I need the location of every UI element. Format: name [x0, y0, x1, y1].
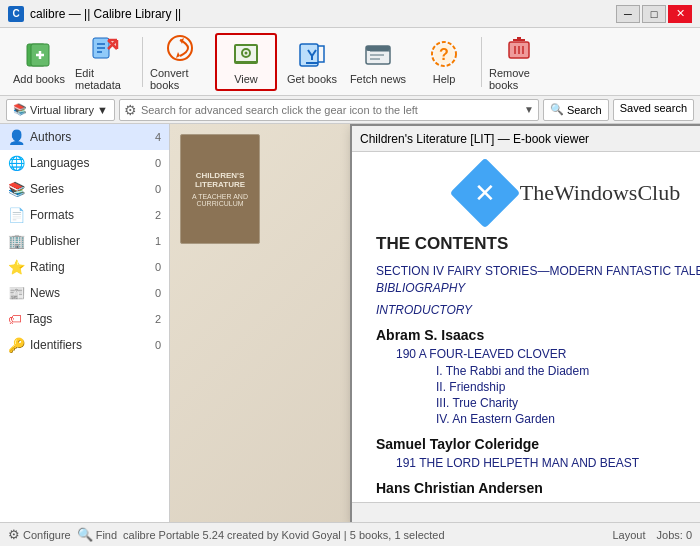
sidebar-publisher-label: Publisher — [30, 234, 80, 248]
search-box: ⚙ ▼ — [119, 99, 539, 121]
sidebar-item-rating[interactable]: ⭐ Rating 0 — [0, 254, 169, 280]
news-count: 0 — [155, 287, 161, 299]
view-label: View — [234, 73, 258, 85]
maximize-button[interactable]: □ — [642, 5, 666, 23]
remove-books-button[interactable]: Remove books — [488, 33, 550, 91]
languages-count: 0 — [155, 157, 161, 169]
logo-text: TheWindowsClub — [520, 180, 680, 206]
formats-count: 2 — [155, 209, 161, 221]
identifiers-icon: 🔑 — [8, 337, 25, 353]
status-left: ⚙ Configure 🔍 Find calibre Portable 5.24… — [8, 527, 445, 542]
dropdown-icon: ▼ — [97, 104, 108, 116]
ebook-content[interactable]: ✕ TheWindowsClub THE CONTENTS SECTION IV… — [352, 152, 700, 502]
edit-metadata-button[interactable]: Edit metadata — [74, 33, 136, 91]
titlebar: C calibre — || Calibre Library || ─ □ ✕ — [0, 0, 700, 28]
ebook-subwork-friendship: II. Friendship — [376, 380, 700, 394]
ebook-contents-title: THE CONTENTS — [376, 234, 700, 254]
ebook-author-coleridge: Samuel Taylor Coleridge — [376, 436, 700, 452]
book-icon: 📚 — [13, 103, 27, 116]
sidebar-item-publisher[interactable]: 🏢 Publisher 1 — [0, 228, 169, 254]
sidebar-item-tags[interactable]: 🏷 Tags 2 — [0, 306, 169, 332]
remove-books-label: Remove books — [489, 67, 549, 91]
authors-icon: 👤 — [8, 129, 25, 145]
sidebar-identifiers-label: Identifiers — [30, 338, 82, 352]
ebook-author-andersen: Hans Christian Andersen — [376, 480, 700, 496]
help-label: Help — [433, 73, 456, 85]
svg-point-16 — [245, 52, 248, 55]
saved-search-label: Saved search — [620, 102, 687, 114]
languages-icon: 🌐 — [8, 155, 25, 171]
sidebar-item-series[interactable]: 📚 Series 0 — [0, 176, 169, 202]
view-button[interactable]: View — [215, 33, 277, 91]
titlebar-title: calibre — || Calibre Library || — [30, 7, 181, 21]
find-label: Find — [96, 529, 117, 541]
fetch-news-label: Fetch news — [350, 73, 406, 85]
saved-search-button[interactable]: Saved search — [613, 99, 694, 121]
convert-books-label: Convert books — [150, 67, 210, 91]
sidebar-item-identifiers[interactable]: 🔑 Identifiers 0 — [0, 332, 169, 358]
ebook-bibliography: BIBLIOGRAPHY — [376, 281, 700, 295]
svg-rect-24 — [366, 46, 390, 51]
get-books-label: Get books — [287, 73, 337, 85]
find-icon: 🔍 — [77, 527, 93, 542]
convert-books-button[interactable]: Convert books — [149, 33, 211, 91]
get-books-button[interactable]: Get books — [281, 33, 343, 91]
sidebar-item-authors[interactable]: 👤 Authors 4 — [0, 124, 169, 150]
logo-icon: ✕ — [449, 158, 520, 229]
sidebar-formats-label: Formats — [30, 208, 74, 222]
ebook-work-four-leaved: 190 A FOUR-LEAVED CLOVER — [376, 347, 700, 361]
sidebar-item-formats[interactable]: 📄 Formats 2 — [0, 202, 169, 228]
search-button-label: Search — [567, 104, 602, 116]
search-button[interactable]: 🔍 Search — [543, 99, 609, 121]
ebook-logo-area: ✕ TheWindowsClub — [376, 168, 700, 218]
sidebar-rating-label: Rating — [30, 260, 65, 274]
virtual-library-label: Virtual library — [30, 104, 94, 116]
ebook-subwork-true-charity: III. True Charity — [376, 396, 700, 410]
sidebar-item-languages[interactable]: 🌐 Languages 0 — [0, 150, 169, 176]
search-input[interactable] — [141, 104, 520, 116]
close-button[interactable]: ✕ — [668, 5, 692, 23]
get-books-icon — [296, 38, 328, 70]
convert-books-icon — [164, 32, 196, 64]
tags-icon: 🏷 — [8, 311, 22, 327]
rating-icon: ⭐ — [8, 259, 25, 275]
edit-metadata-label: Edit metadata — [75, 67, 135, 91]
sidebar: 👤 Authors 4 🌐 Languages 0 📚 Series 0 📄 F… — [0, 124, 170, 522]
add-books-button[interactable]: Add books — [8, 33, 70, 91]
ebook-footer: 1% — [352, 502, 700, 522]
search-dropdown-icon[interactable]: ▼ — [524, 104, 534, 115]
jobs-label: Jobs: 0 — [657, 529, 692, 541]
formats-icon: 📄 — [8, 207, 25, 223]
add-books-icon — [23, 38, 55, 70]
configure-button[interactable]: ⚙ Configure — [8, 527, 71, 542]
search-icon: 🔍 — [550, 103, 564, 116]
ebook-titlebar: Children's Literature [LIT] — E-book vie… — [352, 126, 700, 152]
virtual-library-button[interactable]: 📚 Virtual library ▼ — [6, 99, 115, 121]
ebook-title: Children's Literature [LIT] — E-book vie… — [360, 132, 589, 146]
help-button[interactable]: ? Help — [413, 33, 475, 91]
sidebar-authors-label: Authors — [30, 130, 71, 144]
fetch-news-button[interactable]: Fetch news — [347, 33, 409, 91]
titlebar-controls: ─ □ ✕ — [616, 5, 692, 23]
calibre-icon: C — [8, 6, 24, 22]
ebook-introductory: INTRODUCTORY — [376, 303, 700, 317]
statusbar: ⚙ Configure 🔍 Find calibre Portable 5.24… — [0, 522, 700, 546]
main-area: 👤 Authors 4 🌐 Languages 0 📚 Series 0 📄 F… — [0, 124, 700, 522]
identifiers-count: 0 — [155, 339, 161, 351]
logo-x-icon: ✕ — [474, 178, 496, 209]
publisher-icon: 🏢 — [8, 233, 25, 249]
titlebar-left: C calibre — || Calibre Library || — [8, 6, 181, 22]
sidebar-tags-label: Tags — [27, 312, 52, 326]
layout-label[interactable]: Layout — [612, 529, 645, 541]
find-button[interactable]: 🔍 Find — [77, 527, 117, 542]
ebook-viewer: Children's Literature [LIT] — E-book vie… — [350, 124, 700, 522]
series-icon: 📚 — [8, 181, 25, 197]
status-right: Layout Jobs: 0 — [612, 529, 692, 541]
toolbar: Add books Edit metadata — [0, 28, 700, 96]
ebook-subwork-eastern-garden: IV. An Eastern Garden — [376, 412, 700, 426]
sidebar-item-news[interactable]: 📰 News 0 — [0, 280, 169, 306]
configure-label: Configure — [23, 529, 71, 541]
gear-icon[interactable]: ⚙ — [124, 102, 137, 118]
status-text: calibre Portable 5.24 created by Kovid G… — [123, 529, 444, 541]
minimize-button[interactable]: ─ — [616, 5, 640, 23]
